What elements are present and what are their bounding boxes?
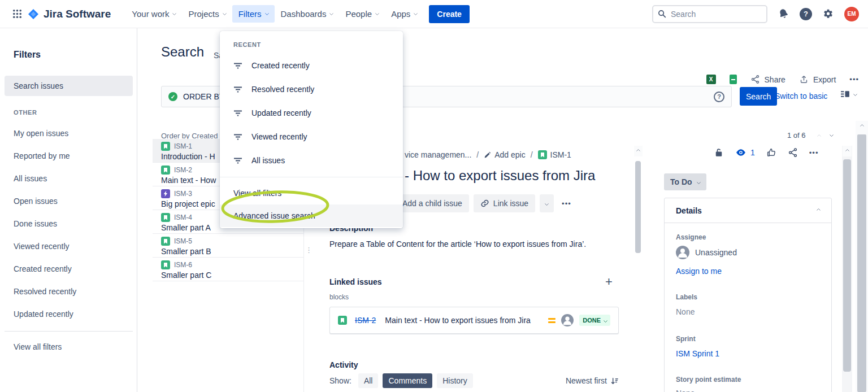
sidebar-divider bbox=[5, 331, 133, 332]
linked-issue-key[interactable]: ISM-2 bbox=[355, 316, 376, 325]
header-more-button[interactable]: ••• bbox=[849, 75, 859, 84]
header-actions: Share Export ••• bbox=[706, 75, 859, 84]
status-done-dropdown[interactable]: DONE bbox=[579, 315, 610, 326]
detail-scrollbar-up-button[interactable] bbox=[634, 146, 643, 156]
sidebar-item-all-issues[interactable]: All issues bbox=[0, 167, 137, 190]
breadcrumb-issue-key[interactable]: ISM-1 bbox=[538, 150, 571, 159]
sidebar-item-reported-by-me[interactable]: Reported by me bbox=[0, 145, 137, 167]
app-switcher-icon[interactable] bbox=[9, 6, 25, 22]
add-linked-issue-button[interactable] bbox=[605, 275, 613, 289]
switch-to-basic-link[interactable]: Switch to basic bbox=[775, 92, 827, 101]
vote-button[interactable] bbox=[766, 147, 776, 158]
collapse-icon[interactable] bbox=[817, 208, 821, 212]
details-panel-body: Assignee Unassigned Assign to me Labels … bbox=[665, 223, 831, 392]
issue-detail-more-button[interactable]: ••• bbox=[809, 149, 819, 157]
breadcrumb-add-epic[interactable]: Add epic bbox=[484, 150, 525, 159]
menu-item-created-recently[interactable]: Created recently bbox=[220, 54, 403, 77]
watchers-button[interactable]: 1 bbox=[735, 147, 755, 158]
nav-item-people[interactable]: People bbox=[339, 5, 385, 23]
chevron-down-icon bbox=[414, 11, 418, 15]
sidebar-view-all-filters[interactable]: View all filters bbox=[14, 338, 62, 356]
status-dropdown[interactable]: To Do bbox=[664, 173, 706, 190]
search-input[interactable] bbox=[671, 10, 762, 19]
pager-next-icon[interactable] bbox=[830, 133, 834, 137]
linked-issues-heading: Linked issues bbox=[329, 277, 382, 286]
sort-order-button[interactable]: Newest first bbox=[566, 376, 619, 385]
issue-row-ism-5[interactable]: ISM-5 Smaller part B bbox=[153, 234, 303, 258]
pager-previous-icon[interactable] bbox=[817, 134, 821, 138]
nav-item-filters[interactable]: Filters bbox=[232, 5, 275, 23]
run-search-button[interactable]: Search bbox=[740, 87, 777, 106]
sidebar-section-other: OTHER bbox=[14, 109, 37, 116]
google-sheets-icon[interactable] bbox=[730, 75, 737, 84]
chevron-down-icon bbox=[604, 318, 607, 322]
assign-to-me-link[interactable]: Assign to me bbox=[676, 267, 820, 276]
link-relation-label: blocks bbox=[329, 293, 349, 301]
notifications-button[interactable] bbox=[778, 8, 789, 20]
nav-item-dashboards[interactable]: Dashboards bbox=[275, 5, 340, 23]
add-child-issue-button[interactable]: Add a child issue bbox=[396, 194, 469, 212]
share-icon bbox=[788, 147, 798, 158]
sidebar-item-resolved-recently[interactable]: Resolved recently bbox=[0, 280, 137, 303]
menu-item-resolved-recently[interactable]: Resolved recently bbox=[220, 77, 403, 101]
panel-scrollbar-up-button[interactable] bbox=[843, 146, 852, 156]
help-button[interactable] bbox=[800, 8, 812, 20]
top-navbar: Jira Software Your work Projects Filters… bbox=[0, 0, 868, 28]
tab-all[interactable]: All bbox=[358, 373, 379, 388]
linked-issue-card[interactable]: ISM-2 Main text - How to export issues f… bbox=[329, 307, 619, 334]
lock-button[interactable] bbox=[714, 147, 724, 158]
settings-button[interactable] bbox=[822, 8, 834, 20]
sidebar-item-updated-recently[interactable]: Updated recently bbox=[0, 303, 137, 325]
link-issue-dropdown-button[interactable] bbox=[540, 194, 554, 212]
sprint-value-link[interactable]: ISM Sprint 1 bbox=[676, 349, 820, 358]
nav-item-projects[interactable]: Projects bbox=[182, 5, 232, 23]
assignee-field[interactable]: Unassigned bbox=[676, 246, 820, 259]
jira-logo[interactable]: Jira Software bbox=[27, 8, 111, 20]
share-button[interactable]: Share bbox=[750, 75, 785, 84]
chevron-down-icon bbox=[545, 201, 549, 205]
user-avatar[interactable]: EM bbox=[844, 7, 859, 21]
tab-comments[interactable]: Comments bbox=[383, 373, 432, 388]
assignee-avatar[interactable] bbox=[561, 314, 574, 326]
issue-more-button[interactable]: ••• bbox=[562, 199, 571, 208]
sidebar-item-my-open-issues[interactable]: My open issues bbox=[0, 122, 137, 145]
panel-scrollbar-thumb[interactable] bbox=[843, 159, 851, 372]
breadcrumb-project[interactable]: vice managemen... bbox=[405, 150, 471, 159]
panel-resize-handle[interactable] bbox=[305, 249, 313, 252]
sidebar-item-viewed-recently[interactable]: Viewed recently bbox=[0, 235, 137, 258]
bell-icon bbox=[776, 6, 791, 21]
detail-scrollbar-thumb[interactable] bbox=[635, 161, 641, 253]
sidebar-item-open-issues[interactable]: Open issues bbox=[0, 190, 137, 212]
view-layout-toggle[interactable] bbox=[840, 89, 857, 99]
person-icon bbox=[676, 246, 689, 259]
menu-item-viewed-recently[interactable]: Viewed recently bbox=[220, 125, 403, 149]
sidebar-item-created-recently[interactable]: Created recently bbox=[0, 258, 137, 280]
export-button[interactable]: Export bbox=[799, 75, 836, 84]
menu-item-updated-recently[interactable]: Updated recently bbox=[220, 101, 403, 125]
description-body[interactable]: Prepare a Table of Content for the artic… bbox=[329, 238, 623, 250]
menu-item-advanced-issue-search[interactable]: Advanced issue search bbox=[220, 204, 403, 227]
menu-item-view-all-filters[interactable]: View all filters bbox=[220, 182, 403, 204]
link-issue-button[interactable]: Link issue bbox=[474, 194, 535, 212]
page-scrollbar-up-button[interactable] bbox=[857, 121, 867, 132]
nav-item-apps[interactable]: Apps bbox=[385, 5, 423, 23]
nav-item-your-work[interactable]: Your work bbox=[125, 5, 182, 23]
issue-title[interactable]: - How to export issues from Jira bbox=[405, 168, 595, 184]
excel-export-icon[interactable] bbox=[706, 75, 716, 84]
share-issue-button[interactable] bbox=[788, 147, 798, 158]
issue-row-ism-6[interactable]: ISM-6 Smaller part C bbox=[153, 258, 303, 281]
sidebar-item-search-issues[interactable]: Search issues bbox=[5, 76, 133, 96]
filters-dropdown-menu: RECENT Created recently Resolved recentl… bbox=[220, 31, 403, 228]
create-button[interactable]: Create bbox=[429, 5, 470, 23]
labels-value[interactable]: None bbox=[676, 307, 820, 316]
story-icon bbox=[161, 260, 170, 269]
syntax-help-icon[interactable] bbox=[714, 92, 724, 102]
tab-history[interactable]: History bbox=[437, 373, 473, 388]
page-scrollbar-thumb[interactable] bbox=[857, 134, 866, 392]
global-search[interactable] bbox=[652, 5, 767, 23]
estimate-value[interactable]: None bbox=[676, 389, 820, 392]
details-panel-header[interactable]: Details bbox=[665, 198, 831, 223]
filters-sidebar: Filters Search issues OTHER My open issu… bbox=[0, 28, 137, 392]
menu-item-all-issues[interactable]: All issues bbox=[220, 149, 403, 172]
sidebar-item-done-issues[interactable]: Done issues bbox=[0, 212, 137, 235]
